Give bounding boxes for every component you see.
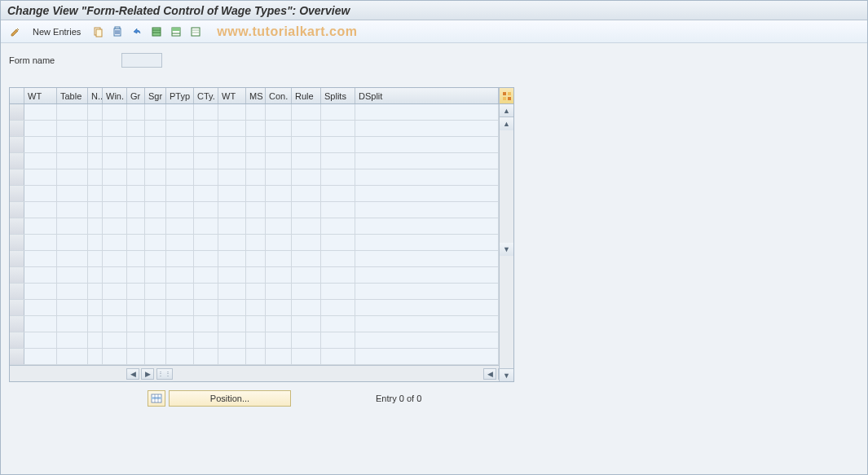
table-cell[interactable] (194, 332, 218, 348)
table-cell[interactable] (127, 349, 145, 364)
table-cell[interactable] (218, 121, 246, 136)
table-cell[interactable] (145, 186, 166, 201)
table-cell[interactable] (194, 284, 218, 299)
table-cell[interactable] (88, 218, 103, 234)
table-cell[interactable] (145, 121, 166, 136)
table-cell[interactable] (88, 284, 103, 299)
table-cell[interactable] (218, 218, 246, 234)
table-cell[interactable] (24, 137, 57, 152)
table-cell[interactable] (292, 186, 321, 201)
toggle-display-change-icon[interactable] (7, 24, 24, 40)
table-cell[interactable] (88, 186, 103, 201)
table-cell[interactable] (166, 300, 194, 315)
scroll-up-icon[interactable]: ▲ (500, 104, 513, 117)
column-header-con[interactable]: Con. (266, 88, 292, 103)
table-cell[interactable] (103, 153, 127, 169)
table-cell[interactable] (321, 153, 355, 169)
table-cell[interactable] (88, 202, 103, 218)
row-selector[interactable] (10, 121, 24, 136)
table-cell[interactable] (24, 202, 57, 218)
table-cell[interactable] (355, 267, 499, 283)
table-cell[interactable] (218, 349, 246, 364)
table-cell[interactable] (321, 332, 355, 348)
table-cell[interactable] (57, 153, 88, 169)
table-cell[interactable] (24, 316, 57, 332)
table-cell[interactable] (292, 202, 321, 218)
table-cell[interactable] (127, 267, 145, 283)
table-cell[interactable] (24, 186, 57, 201)
table-cell[interactable] (145, 218, 166, 234)
row-selector[interactable] (10, 218, 24, 234)
table-cell[interactable] (103, 251, 127, 266)
table-cell[interactable] (88, 137, 103, 152)
table-cell[interactable] (145, 104, 166, 120)
table-cell[interactable] (127, 137, 145, 152)
position-button[interactable]: Position... (169, 390, 291, 407)
table-cell[interactable] (88, 316, 103, 332)
table-cell[interactable] (218, 267, 246, 283)
table-cell[interactable] (88, 349, 103, 364)
table-cell[interactable] (103, 235, 127, 250)
scroll-right-icon[interactable]: ▶ (141, 368, 154, 380)
table-cell[interactable] (103, 316, 127, 332)
row-selector[interactable] (10, 137, 24, 152)
table-cell[interactable] (127, 153, 145, 169)
table-cell[interactable] (145, 316, 166, 332)
table-cell[interactable] (166, 316, 194, 332)
table-cell[interactable] (292, 218, 321, 234)
column-header-n[interactable]: N.. (88, 88, 103, 103)
table-cell[interactable] (57, 284, 88, 299)
table-cell[interactable] (127, 316, 145, 332)
row-selector[interactable] (10, 186, 24, 201)
table-cell[interactable] (145, 284, 166, 299)
table-cell[interactable] (355, 235, 499, 250)
table-cell[interactable] (127, 202, 145, 218)
table-cell[interactable] (57, 267, 88, 283)
table-cell[interactable] (292, 104, 321, 120)
table-cell[interactable] (246, 251, 266, 266)
row-selector[interactable] (10, 251, 24, 266)
table-cell[interactable] (218, 300, 246, 315)
column-header-wt[interactable]: WT (24, 88, 57, 103)
table-cell[interactable] (24, 267, 57, 283)
table-cell[interactable] (355, 332, 499, 348)
column-header-splits[interactable]: Splits (321, 88, 355, 103)
table-cell[interactable] (103, 349, 127, 364)
table-cell[interactable] (127, 218, 145, 234)
table-cell[interactable] (321, 121, 355, 136)
table-cell[interactable] (218, 169, 246, 185)
table-cell[interactable] (145, 300, 166, 315)
table-cell[interactable] (292, 349, 321, 364)
table-cell[interactable] (321, 202, 355, 218)
table-cell[interactable] (292, 235, 321, 250)
table-cell[interactable] (57, 104, 88, 120)
table-cell[interactable] (355, 137, 499, 152)
table-cell[interactable] (166, 267, 194, 283)
table-cell[interactable] (103, 332, 127, 348)
row-selector[interactable] (10, 169, 24, 185)
table-cell[interactable] (57, 349, 88, 364)
table-cell[interactable] (355, 218, 499, 234)
table-cell[interactable] (246, 104, 266, 120)
table-cell[interactable] (24, 300, 57, 315)
table-cell[interactable] (57, 235, 88, 250)
table-cell[interactable] (24, 235, 57, 250)
table-cell[interactable] (194, 202, 218, 218)
table-cell[interactable] (145, 332, 166, 348)
table-cell[interactable] (103, 121, 127, 136)
table-cell[interactable] (355, 153, 499, 169)
deselect-all-icon[interactable] (187, 24, 204, 40)
table-cell[interactable] (292, 121, 321, 136)
table-cell[interactable] (292, 316, 321, 332)
scroll-thumb-icon[interactable]: ⋮⋮ (156, 368, 173, 380)
table-cell[interactable] (292, 251, 321, 266)
table-cell[interactable] (145, 251, 166, 266)
table-cell[interactable] (218, 153, 246, 169)
column-header-table[interactable]: Table (57, 88, 88, 103)
table-cell[interactable] (194, 235, 218, 250)
table-cell[interactable] (355, 300, 499, 315)
table-cell[interactable] (355, 121, 499, 136)
table-cell[interactable] (246, 284, 266, 299)
table-cell[interactable] (103, 284, 127, 299)
table-cell[interactable] (145, 202, 166, 218)
